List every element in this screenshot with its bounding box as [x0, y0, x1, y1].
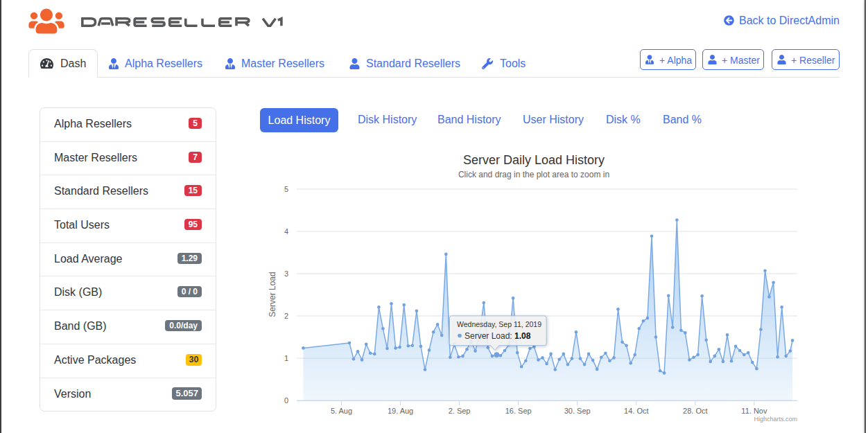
svg-text:2. Sep: 2. Sep — [449, 407, 471, 415]
svg-text:Highcharts.com: Highcharts.com — [754, 416, 797, 423]
svg-text:11. Nov: 11. Nov — [741, 407, 767, 415]
svg-text:14. Oct: 14. Oct — [624, 407, 648, 415]
svg-text:Server Load: 1.08: Server Load: 1.08 — [465, 331, 531, 341]
svg-text:0: 0 — [284, 396, 288, 405]
svg-text:5. Aug: 5. Aug — [331, 407, 352, 415]
svg-text:19. Aug: 19. Aug — [388, 407, 413, 415]
svg-text:16. Sep: 16. Sep — [505, 407, 532, 415]
svg-text:1: 1 — [284, 354, 288, 362]
svg-text:Server Load: Server Load — [268, 272, 277, 317]
svg-text:5: 5 — [284, 185, 288, 193]
svg-text:30. Sep: 30. Sep — [564, 407, 591, 415]
svg-text:Wednesday, Sep 11, 2019: Wednesday, Sep 11, 2019 — [457, 320, 541, 328]
svg-text:28. Oct: 28. Oct — [683, 407, 707, 415]
svg-text:3: 3 — [284, 269, 288, 278]
svg-text:4: 4 — [284, 227, 288, 236]
svg-text:2: 2 — [284, 312, 288, 320]
